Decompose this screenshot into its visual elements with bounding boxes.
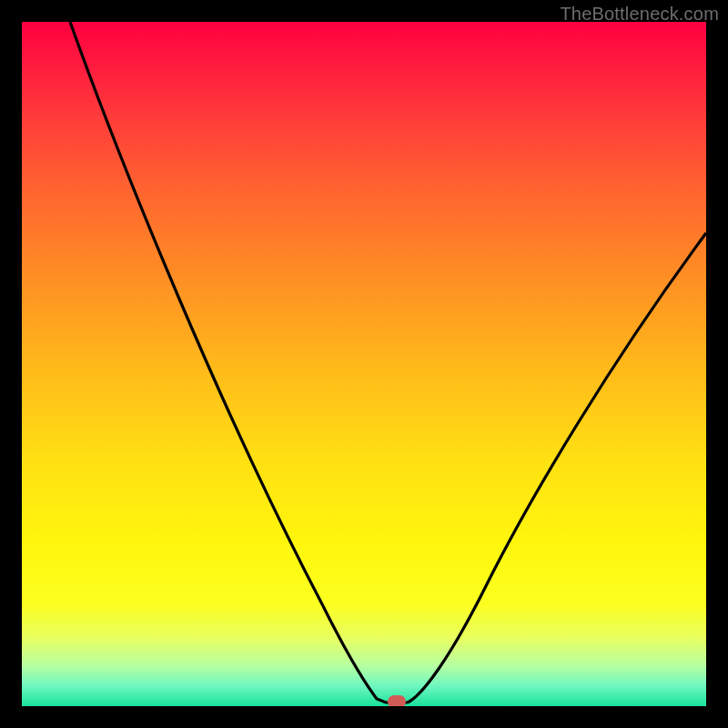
curve-left-branch bbox=[70, 22, 408, 703]
chart-frame: TheBottleneck.com bbox=[0, 0, 728, 728]
optimum-marker bbox=[388, 695, 406, 706]
bottleneck-curve bbox=[22, 22, 706, 706]
curve-right-branch bbox=[408, 233, 706, 703]
plot-area bbox=[22, 22, 706, 706]
